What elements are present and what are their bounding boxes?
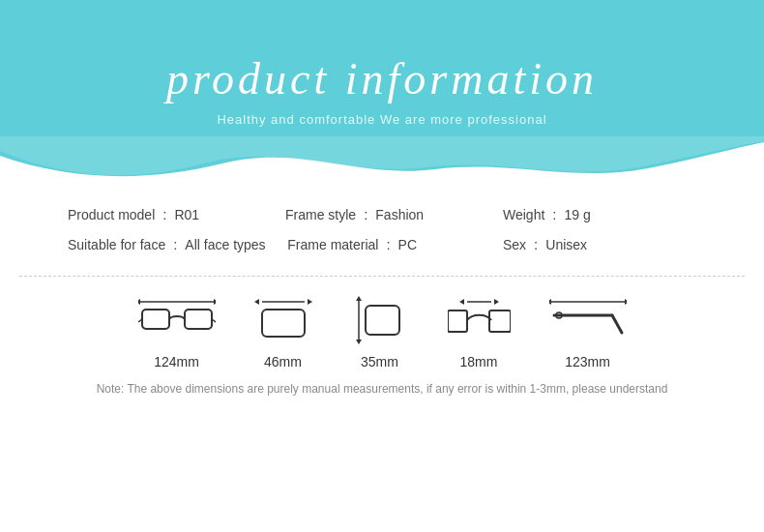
total-width-icon <box>138 296 216 344</box>
dim-item-lens-height: 35mm <box>351 296 409 369</box>
frame-style-value: Fashion <box>375 207 424 222</box>
frame-style-item: Frame style : Fashion <box>285 206 479 222</box>
info-row-2: Suitable for face : All face types Frame… <box>68 236 696 252</box>
note-text: Note: The above dimensions are purely ma… <box>39 382 725 396</box>
sex-item: Sex : Unisex <box>503 236 696 252</box>
sex-label: Sex <box>503 237 526 252</box>
temple-length-icon <box>549 296 627 344</box>
header-subtitle: Healthy and comfortable We are more prof… <box>217 112 546 127</box>
svg-marker-16 <box>459 299 464 305</box>
product-model-value: R01 <box>174 207 199 222</box>
note-section: Note: The above dimensions are purely ma… <box>0 374 764 403</box>
svg-marker-20 <box>625 299 627 305</box>
product-model-label: Product model <box>68 207 155 222</box>
bridge-width-icon <box>448 296 511 344</box>
svg-marker-17 <box>494 299 499 305</box>
svg-marker-9 <box>308 299 312 305</box>
product-model-colon: : <box>162 206 166 222</box>
dim-label-bridge: 18mm <box>460 354 498 369</box>
weight-label: Weight <box>503 207 544 222</box>
svg-rect-10 <box>262 310 305 337</box>
face-label: Suitable for face <box>68 237 165 252</box>
svg-marker-2 <box>214 299 216 305</box>
svg-marker-1 <box>138 299 140 305</box>
dim-label-lens-height: 35mm <box>361 354 398 369</box>
dimensions-section: 124mm 46mm 35mm <box>0 277 764 374</box>
material-label: Frame material <box>287 237 378 252</box>
svg-rect-4 <box>185 310 212 329</box>
lens-height-icon <box>351 296 409 344</box>
wave-decoration <box>0 136 764 180</box>
dim-item-bridge: 18mm <box>448 296 511 369</box>
face-type-item: Suitable for face : All face types <box>68 236 266 252</box>
page-title: product information <box>166 53 598 104</box>
material-value: PC <box>398 237 417 252</box>
dim-label-total-width: 124mm <box>154 354 199 369</box>
header-section: product information Healthy and comforta… <box>0 0 764 179</box>
svg-line-22 <box>612 315 622 333</box>
sex-value: Unisex <box>545 237 587 252</box>
material-colon: : <box>386 236 390 252</box>
product-model-item: Product model : R01 <box>68 206 261 222</box>
frame-style-label: Frame style <box>285 207 356 222</box>
svg-marker-12 <box>356 296 362 301</box>
info-section: Product model : R01 Frame style : Fashio… <box>19 179 745 277</box>
face-value: All face types <box>185 237 265 252</box>
svg-rect-3 <box>142 310 169 329</box>
svg-marker-13 <box>356 340 362 344</box>
weight-item: Weight : 19 g <box>503 206 696 222</box>
svg-marker-8 <box>254 299 259 305</box>
weight-colon: : <box>552 206 556 222</box>
svg-marker-19 <box>549 299 551 305</box>
dim-label-lens-width: 46mm <box>264 354 302 369</box>
face-colon: : <box>173 236 177 252</box>
frame-style-colon: : <box>364 206 367 222</box>
dim-item-temple: 123mm <box>549 296 627 369</box>
lens-width-icon <box>254 296 312 344</box>
info-row-1: Product model : R01 Frame style : Fashio… <box>68 206 696 222</box>
dim-item-total-width: 124mm <box>138 296 216 369</box>
weight-value: 19 g <box>565 207 591 222</box>
dim-label-temple: 123mm <box>565 354 610 369</box>
svg-rect-14 <box>366 306 399 335</box>
sex-colon: : <box>534 236 538 252</box>
material-item: Frame material : PC <box>287 236 481 252</box>
dim-item-lens-width: 46mm <box>254 296 312 369</box>
